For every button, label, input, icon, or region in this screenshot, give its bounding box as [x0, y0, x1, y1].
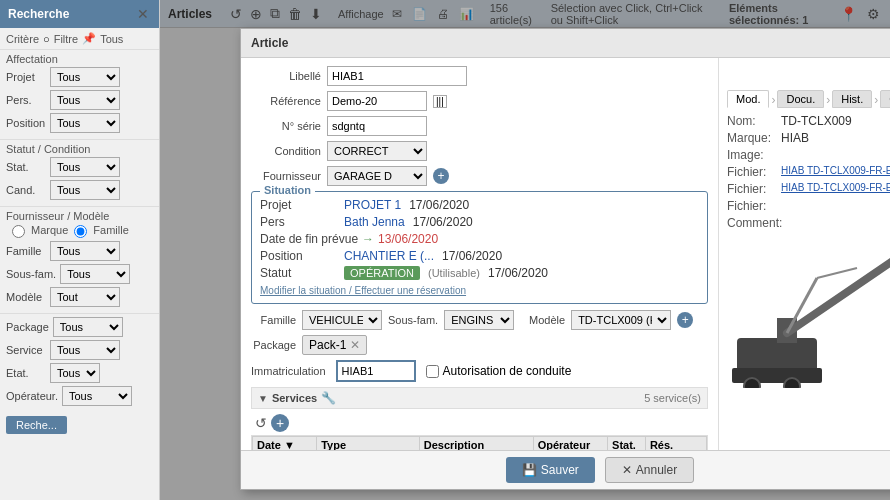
sous-fam-form-select[interactable]: ENGINS — [444, 310, 514, 330]
tab-hist[interactable]: Hist. — [832, 90, 872, 108]
services-table-container: Date ▼ Type Description Opérateur Stat. … — [251, 435, 708, 450]
etat-label: Etat. — [6, 367, 46, 379]
services-section-header[interactable]: ▼ Services 🔧 5 service(s) — [251, 387, 708, 409]
statut-badge: OPÉRATION — [344, 266, 420, 280]
package-form-label: Package — [251, 339, 296, 351]
crane-image — [727, 238, 890, 388]
reference-label: Référence — [251, 95, 321, 107]
position-label: Position — [6, 117, 46, 129]
reference-row: Référence ||| — [251, 91, 708, 111]
stat-label: Stat. — [6, 161, 46, 173]
modify-link[interactable]: Modifier la situation / Effectuer une ré… — [260, 285, 466, 296]
detail-tabs: Mod. › Docu. › Hist. › Cat. — [727, 90, 890, 108]
affectation-label: Affectation — [6, 53, 153, 65]
col-operateur[interactable]: Opérateur — [533, 437, 607, 451]
fournisseur-label: Fournisseur — [251, 170, 321, 182]
family-row: Famille VEHICULE/ Sous-fam. ENGINS Modèl… — [251, 310, 708, 330]
cancel-button[interactable]: ✕ Annuler — [605, 457, 694, 483]
position-select[interactable]: Tous — [50, 113, 120, 133]
projet-select[interactable]: Tous — [50, 67, 120, 87]
modele-select[interactable]: Tout — [50, 287, 120, 307]
package-label: Package — [6, 321, 49, 333]
col-date[interactable]: Date ▼ — [253, 437, 317, 451]
immat-row: Immatriculation Autorisation de conduite — [251, 360, 708, 382]
col-type[interactable]: Type — [317, 437, 420, 451]
detail-fichier2-label: Fichier: — [727, 182, 777, 196]
services-add-btn[interactable]: + — [271, 414, 289, 432]
sit-pers-row: Pers Bath Jenna 17/06/2020 — [260, 215, 699, 229]
tab-docu[interactable]: Docu. — [777, 90, 824, 108]
nserie-input[interactable] — [327, 116, 427, 136]
svg-line-11 — [817, 268, 857, 278]
close-left-panel[interactable]: ✕ — [135, 4, 151, 24]
reference-input[interactable] — [327, 91, 427, 111]
detail-fichier1-row: Fichier: HIAB TD-TCLX009-FR-EU_L.png — [727, 165, 890, 179]
services-label: Services — [272, 392, 317, 404]
barcode-icon: ||| — [433, 95, 447, 108]
autorisation-checkbox[interactable] — [426, 365, 439, 378]
services-refresh-btn[interactable]: ↺ — [255, 415, 267, 431]
pers-select[interactable]: Tous — [50, 90, 120, 110]
stat-select[interactable]: Tous — [50, 157, 120, 177]
col-res[interactable]: Rés. — [645, 437, 706, 451]
tab-sep1: › — [771, 90, 775, 108]
cancel-label: Annuler — [636, 463, 677, 477]
sous-fam-select[interactable]: Tous — [60, 264, 130, 284]
etat-select[interactable]: Tous — [50, 363, 100, 383]
sit-date-fin-row: Date de fin prévue → 13/06/2020 — [260, 232, 699, 246]
package-section: Package Tous Service Tous Etat. Tous Opé… — [0, 313, 159, 412]
detail-comment-label: Comment: — [727, 216, 782, 230]
affectation-section: Affectation Projet Tous Pers. Tous Posit… — [0, 49, 159, 139]
services-toolbar: ↺ + — [251, 411, 708, 435]
package-select[interactable]: Tous — [53, 317, 123, 337]
package-value: Pack-1 — [309, 338, 346, 352]
modal-header: Article 🖨 ⤢ — [241, 29, 890, 58]
condition-select[interactable]: CORRECT — [327, 141, 427, 161]
sit-statut-label: Statut — [260, 266, 340, 280]
col-stat[interactable]: Stat. — [608, 437, 646, 451]
situation-box: Situation Projet PROJET 1 17/06/2020 Per… — [251, 191, 708, 304]
modele-form-label: Modèle — [520, 314, 565, 326]
service-label: Service — [6, 344, 46, 356]
marque-radio[interactable] — [12, 225, 25, 238]
tab-cat[interactable]: Cat. — [880, 90, 890, 108]
sous-fam-form-label: Sous-fam. — [388, 314, 438, 326]
position-row: Position Tous — [6, 113, 153, 133]
immat-input[interactable] — [336, 360, 416, 382]
services-table: Date ▼ Type Description Opérateur Stat. … — [252, 436, 707, 450]
col-description[interactable]: Description — [419, 437, 533, 451]
sit-projet-value: PROJET 1 — [344, 198, 401, 212]
operateur-select[interactable]: Tous — [62, 386, 132, 406]
service-select[interactable]: Tous — [50, 340, 120, 360]
famille-form-label: Famille — [251, 314, 296, 326]
cand-select[interactable]: Tous — [50, 180, 120, 200]
circle-icon: ○ — [43, 33, 50, 45]
famille-form-select[interactable]: VEHICULE/ — [302, 310, 382, 330]
critere-label: Critère — [6, 33, 39, 45]
fournisseur-select[interactable]: GARAGE D — [327, 166, 427, 186]
projet-row: Projet Tous — [6, 67, 153, 87]
package-tag: Pack-1 ✕ — [302, 335, 367, 355]
tab-sep3: › — [874, 90, 878, 108]
fournisseur-row: Fournisseur GARAGE D + — [251, 166, 708, 186]
modele-add-btn[interactable]: + — [677, 312, 693, 328]
detail-fichier2-value[interactable]: HIAB TD-TCLX009-FR-EU_L (1).pdf — [781, 182, 890, 196]
fournisseur-add-btn[interactable]: + — [433, 168, 449, 184]
operateur-label: Opérateur. — [6, 390, 58, 402]
statut-section: Statut / Condition Stat. Tous Cand. Tous — [0, 139, 159, 206]
libelle-input[interactable] — [327, 66, 467, 86]
search-button[interactable]: Reche... — [6, 416, 67, 434]
modele-form-select[interactable]: TD-TCLX009 (Hi/ — [571, 310, 671, 330]
save-button[interactable]: 💾 Sauver — [506, 457, 595, 483]
famille-select[interactable]: Tous — [50, 241, 120, 261]
svg-point-3 — [784, 378, 800, 388]
libelle-row: Libellé — [251, 66, 708, 86]
package-remove-btn[interactable]: ✕ — [350, 338, 360, 352]
detail-nom-row: Nom: TD-TCLX009 — [727, 114, 890, 128]
article-modal: Article 🖨 ⤢ Libellé Référence ||| — [240, 28, 890, 490]
famille-radio[interactable] — [74, 225, 87, 238]
tab-mod[interactable]: Mod. — [727, 90, 769, 108]
detail-fichier1-value[interactable]: HIAB TD-TCLX009-FR-EU_L.png — [781, 165, 890, 179]
fournisseur-modele-label: Fournisseur / Modèle — [6, 210, 153, 222]
nserie-row: N° série — [251, 116, 708, 136]
